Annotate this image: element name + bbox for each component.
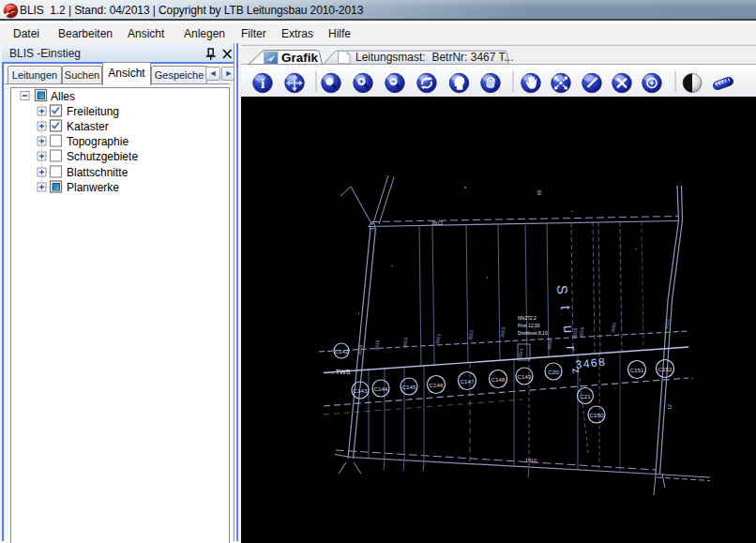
svg-text:65: 65 (537, 189, 542, 195)
svg-text:r: r (564, 346, 580, 352)
svg-text:. TWS: . TWS (332, 369, 351, 375)
svg-text:C143: C143 (354, 387, 368, 394)
svg-text:C150: C150 (590, 412, 604, 418)
svg-text:Leitungsmast: BetrNr: 3467 T.: Leitungsmast: BetrNr: 3467 T... (355, 51, 514, 64)
svg-text:C144: C144 (374, 385, 388, 392)
svg-text:Alles: Alles (51, 90, 75, 103)
svg-text:C152: C152 (658, 366, 673, 372)
svg-text:NN272,2: NN272,2 (518, 315, 537, 321)
svg-text:i: i (261, 76, 265, 91)
svg-text:Freileitung: Freileitung (67, 105, 119, 118)
svg-text:Planwerke: Planwerke (67, 181, 119, 194)
svg-text:Topographie: Topographie (67, 135, 129, 148)
svg-text:Blattschnitte: Blattschnitte (67, 166, 129, 179)
svg-text:3912: 3912 (431, 220, 443, 226)
svg-text:S: S (554, 285, 570, 295)
svg-text:C151: C151 (630, 367, 644, 373)
svg-text:Drehbreit 8,10: Drehbreit 8,10 (518, 330, 548, 336)
svg-text:Grafik: Grafik (281, 51, 319, 65)
svg-text:C20: C20 (548, 369, 559, 375)
svg-text:C21: C21 (580, 393, 591, 400)
svg-text:C142: C142 (335, 348, 349, 354)
svg-text:C147: C147 (461, 378, 475, 385)
svg-text:C145: C145 (402, 384, 416, 390)
svg-text:C146: C146 (430, 382, 444, 388)
svg-text:First 12,00: First 12,00 (518, 323, 540, 328)
svg-text:Kataster: Kataster (67, 120, 109, 133)
svg-text:1910: 1910 (525, 458, 537, 463)
svg-text:C149: C149 (518, 373, 532, 380)
svg-text:Schutzgebiete: Schutzgebiete (67, 150, 138, 163)
svg-text:C148: C148 (491, 376, 506, 383)
